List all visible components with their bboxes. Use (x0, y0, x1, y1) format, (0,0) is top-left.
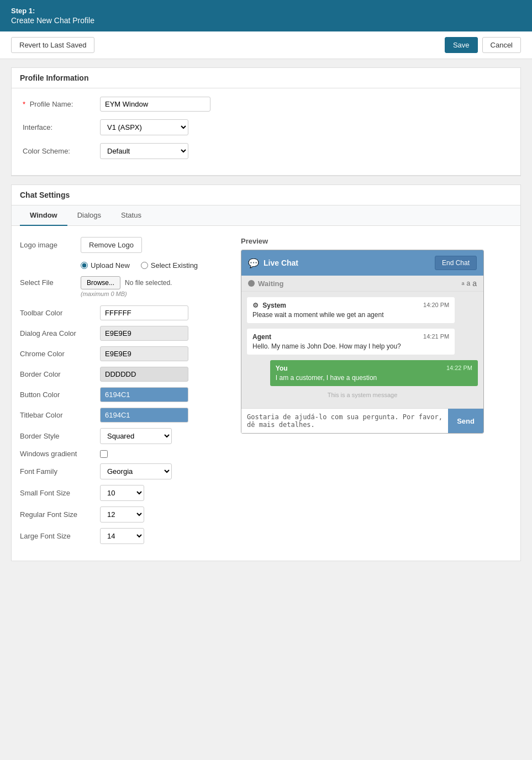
profile-name-label: * Profile Name: (23, 100, 100, 108)
border-color-label: Border Color (20, 370, 100, 378)
dialog-area-color-row: Dialog Area Color (20, 326, 230, 341)
chat-input[interactable]: Gostaria de ajudá-lo com sua pergunta. P… (241, 409, 448, 433)
border-style-select[interactable]: Squared Rounded (100, 428, 172, 444)
toolbar-color-input[interactable] (100, 305, 188, 320)
button-color-input[interactable] (100, 387, 188, 402)
select-file-label: Select File (20, 276, 81, 287)
customer-time: 14:22 PM (446, 365, 472, 372)
customer-sender: You (276, 365, 288, 372)
step-title: Create New Chat Profile (11, 16, 521, 25)
logo-label: Logo image (20, 241, 81, 249)
message-meta-agent: Agent 14:21 PM (252, 333, 449, 341)
large-font-size-row: Large Font Size 14 15 16 (20, 528, 230, 544)
system-text: Please wait a moment while we get an age… (252, 311, 449, 319)
cancel-button[interactable]: Cancel (482, 37, 521, 53)
border-color-input[interactable] (100, 367, 188, 382)
customer-text: I am a customer, I have a question (276, 374, 472, 382)
chrome-color-input[interactable] (100, 346, 188, 361)
toolbar: Revert to Last Saved Save Cancel (0, 31, 532, 59)
file-controls: Browse... No file selected. (81, 276, 172, 289)
message-agent: Agent 14:21 PM Hello. My name is John Do… (247, 329, 455, 355)
tab-window[interactable]: Window (20, 205, 67, 226)
border-style-row: Border Style Squared Rounded (20, 428, 230, 444)
font-size-large-btn[interactable]: a (472, 279, 477, 288)
font-size-medium-btn[interactable]: a (467, 279, 471, 287)
agent-time: 14:21 PM (423, 333, 449, 341)
agent-text: Hello. My name is John Doe. How may I he… (252, 342, 449, 350)
chat-settings-section: Chat Settings Window Dialogs Status Logo… (11, 184, 521, 561)
message-meta-system: ⚙ System 14:20 PM (252, 302, 449, 309)
toolbar-right: Save Cancel (445, 37, 521, 53)
revert-button[interactable]: Revert to Last Saved (11, 37, 94, 53)
chat-header-left: 💬 Live Chat (248, 258, 298, 268)
save-button[interactable]: Save (445, 37, 478, 53)
logo-radio-group: Upload New Select Existing (20, 261, 230, 270)
page-header: Step 1: Create New Chat Profile (0, 0, 532, 31)
chat-messages: ⚙ System 14:20 PM Please wait a moment w… (241, 292, 483, 408)
font-family-row: Font Family Georgia Arial Verdana (20, 463, 230, 479)
titlebar-color-input[interactable] (100, 408, 188, 423)
font-family-select[interactable]: Georgia Arial Verdana (100, 463, 172, 479)
remove-logo-button[interactable]: Remove Logo (81, 237, 142, 253)
regular-font-size-select[interactable]: 12 13 14 (100, 506, 144, 522)
message-system: ⚙ System 14:20 PM Please wait a moment w… (247, 297, 455, 323)
status-text: Waiting (258, 279, 283, 288)
chat-bubble-icon: 💬 (248, 258, 259, 268)
button-color-row: Button Color (20, 387, 230, 402)
large-font-size-select[interactable]: 14 15 16 (100, 528, 144, 544)
color-scheme-row: Color Scheme: Default (23, 143, 509, 159)
two-col-layout: Logo image Remove Logo Upload New (20, 237, 512, 550)
status-left: Waiting (248, 279, 283, 288)
agent-sender: Agent (252, 333, 271, 341)
toolbar-color-label: Toolbar Color (20, 309, 100, 317)
font-size-small-btn[interactable]: a (462, 281, 465, 286)
tab-status[interactable]: Status (111, 205, 151, 226)
button-color-label: Button Color (20, 390, 100, 399)
upload-new-option[interactable]: Upload New (81, 261, 130, 270)
chat-input-area: Gostaria de ajudá-lo com sua pergunta. P… (241, 408, 483, 433)
select-file-row: Select File Browse... No file selected. … (20, 276, 230, 297)
profile-name-input[interactable] (100, 97, 210, 112)
send-button[interactable]: Send (448, 409, 483, 433)
select-existing-radio[interactable] (141, 262, 148, 269)
upload-new-label: Upload New (91, 261, 130, 270)
regular-font-size-label: Regular Font Size (20, 510, 100, 519)
upload-new-radio[interactable] (81, 262, 88, 269)
interface-select[interactable]: V1 (ASPX) (100, 119, 188, 135)
small-font-size-label: Small Font Size (20, 489, 100, 497)
color-scheme-select[interactable]: Default (100, 143, 188, 159)
message-meta-customer: You 14:22 PM (276, 365, 472, 372)
windows-gradient-label: Windows gradient (20, 450, 100, 458)
system-sender: ⚙ System (252, 302, 286, 309)
status-dot (248, 280, 255, 287)
chat-window: 💬 Live Chat End Chat Waiting (241, 250, 484, 434)
file-right: Browse... No file selected. (maximum 0 M… (81, 276, 172, 297)
chat-header: 💬 Live Chat End Chat (241, 250, 483, 276)
tabs-container: Window Dialogs Status Logo image Remove … (12, 205, 520, 561)
browse-button[interactable]: Browse... (81, 276, 120, 289)
windows-gradient-checkbox[interactable] (100, 450, 108, 458)
end-chat-button[interactable]: End Chat (435, 256, 477, 270)
dialog-area-color-label: Dialog Area Color (20, 329, 100, 337)
color-scheme-label: Color Scheme: (23, 147, 100, 155)
chat-settings-title: Chat Settings (12, 185, 520, 205)
file-note: (maximum 0 MB) (81, 291, 172, 297)
interface-label: Interface: (23, 123, 100, 131)
chat-title: Live Chat (264, 258, 298, 267)
border-color-row: Border Color (20, 367, 230, 382)
tab-dialogs[interactable]: Dialogs (67, 205, 111, 226)
preview-label: Preview (241, 237, 512, 245)
small-font-size-select[interactable]: 10 11 12 (100, 485, 144, 501)
profile-info-form: * Profile Name: Interface: V1 (ASPX) Col… (12, 88, 520, 175)
regular-font-size-row: Regular Font Size 12 13 14 (20, 506, 230, 522)
right-column: Preview 💬 Live Chat End Chat (241, 237, 512, 550)
chrome-color-row: Chrome Color (20, 346, 230, 361)
no-file-text: No file selected. (125, 279, 172, 287)
message-customer: You 14:22 PM I am a customer, I have a q… (270, 360, 478, 386)
font-family-label: Font Family (20, 467, 100, 476)
interface-row: Interface: V1 (ASPX) (23, 119, 509, 135)
system-gear-icon: ⚙ (252, 302, 259, 309)
chat-status-bar: Waiting a a a (241, 276, 483, 292)
select-existing-option[interactable]: Select Existing (141, 261, 198, 270)
dialog-area-color-input[interactable] (100, 326, 188, 341)
